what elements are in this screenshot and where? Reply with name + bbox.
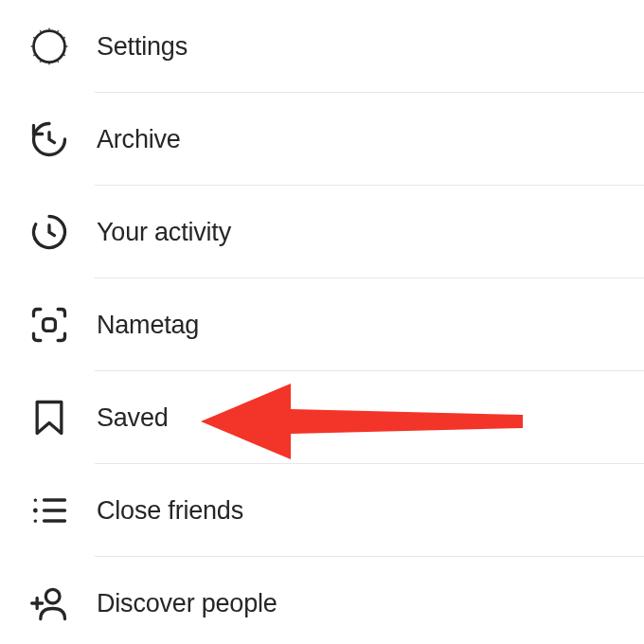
nametag-icon bbox=[27, 302, 72, 348]
menu-label: Discover people bbox=[97, 589, 277, 618]
svg-point-1 bbox=[33, 227, 36, 230]
svg-point-6 bbox=[33, 509, 38, 513]
menu-item-close-friends[interactable]: Close friends bbox=[0, 464, 644, 557]
menu-label: Close friends bbox=[97, 496, 243, 526]
settings-icon bbox=[27, 24, 72, 69]
bookmark-icon bbox=[27, 395, 72, 440]
menu-list: Settings Archive Your activity bbox=[0, 0, 644, 644]
svg-point-3 bbox=[34, 238, 37, 241]
menu-item-settings[interactable]: Settings bbox=[0, 0, 644, 93]
menu-label: Settings bbox=[97, 32, 188, 62]
menu-label: Your activity bbox=[97, 218, 231, 247]
menu-label: Archive bbox=[97, 125, 181, 154]
svg-point-0 bbox=[34, 31, 65, 63]
menu-item-archive[interactable]: Archive bbox=[0, 93, 644, 186]
menu-item-saved[interactable]: Saved bbox=[0, 371, 644, 464]
add-person-icon bbox=[27, 581, 72, 626]
svg-point-2 bbox=[32, 232, 35, 235]
menu-item-nametag[interactable]: Nametag bbox=[0, 278, 644, 371]
menu-label: Saved bbox=[97, 403, 169, 433]
archive-icon bbox=[27, 116, 72, 162]
close-friends-icon bbox=[27, 488, 72, 533]
svg-point-9 bbox=[45, 589, 60, 603]
menu-item-activity[interactable]: Your activity bbox=[0, 186, 644, 278]
svg-rect-4 bbox=[44, 319, 56, 331]
menu-label: Nametag bbox=[97, 311, 199, 340]
activity-icon bbox=[27, 209, 72, 255]
menu-item-discover[interactable]: Discover people bbox=[0, 557, 644, 644]
